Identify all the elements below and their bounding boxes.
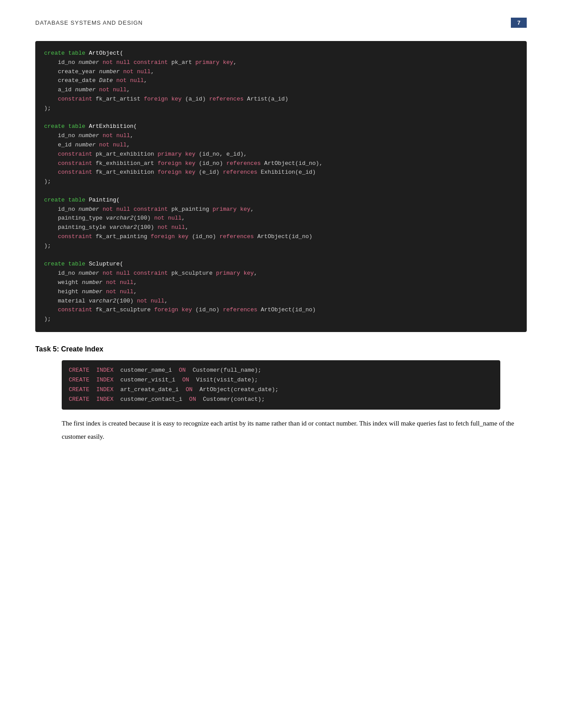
code-line: id_no number not null constraint pk_pain… [44,205,518,214]
code-line: height number not null, [44,287,518,297]
code-line: ); [44,242,518,251]
code-line: e_id number not null, [44,141,518,150]
code-line: create table ArtObject( [44,49,518,58]
task5-heading: Task 5: Create Index [35,345,527,353]
index-line-4: CREATE INDEX customer_contact_i ON Custo… [69,395,493,404]
code-line [44,113,518,123]
code-line: ); [44,177,518,187]
code-line: create_year number not null, [44,67,518,77]
document-title: DATABASE SYSTEMS AND DESIGN [35,19,143,26]
code-line: constraint pk_art_exhibition primary key… [44,150,518,159]
code-line: constraint fk_art_artist foreign key (a_… [44,95,518,104]
code-line: a_id number not null, [44,86,518,95]
code-line: constraint fk_art_sculpture foreign key … [44,306,518,315]
code-line [44,187,518,196]
code-line: create_date Date not null, [44,76,518,86]
page-header: DATABASE SYSTEMS AND DESIGN 7 [35,18,527,28]
code-line: id_no number not null constraint pk_art … [44,58,518,67]
code-line: ); [44,104,518,113]
code-line: weight number not null, [44,278,518,287]
code-line: id_no number not null constraint pk_scul… [44,269,518,278]
code-line [44,251,518,260]
index-line-1: CREATE INDEX customer_name_i ON Customer… [69,366,493,375]
task5-body-text: The first index is created because it is… [62,417,518,443]
code-line: constraint fk_art_painting foreign key (… [44,232,518,242]
code-line: constraint fk_art_exhibition foreign key… [44,168,518,177]
code-line: painting_style varchar2(100) not null, [44,223,518,232]
page-number: 7 [511,18,527,28]
code-line: create table Painting( [44,196,518,205]
code-line: id_no number not null, [44,131,518,141]
code-line: painting_type varchar2(100) not null, [44,214,518,223]
sql-create-index-block: CREATE INDEX customer_name_i ON Customer… [62,360,500,410]
code-line: constraint fk_exhibition_art foreign key… [44,159,518,168]
code-line: ); [44,315,518,324]
index-line-3: CREATE INDEX art_create_date_i ON ArtObj… [69,385,493,395]
code-line: material varchar2(100) not null, [44,297,518,306]
code-line: create table ArtExhibition( [44,122,518,131]
sql-create-tables-block: create table ArtObject( id_no number not… [35,41,527,332]
index-line-2: CREATE INDEX customer_visit_i ON Visit(v… [69,375,493,385]
code-line: create table Sclupture( [44,260,518,269]
